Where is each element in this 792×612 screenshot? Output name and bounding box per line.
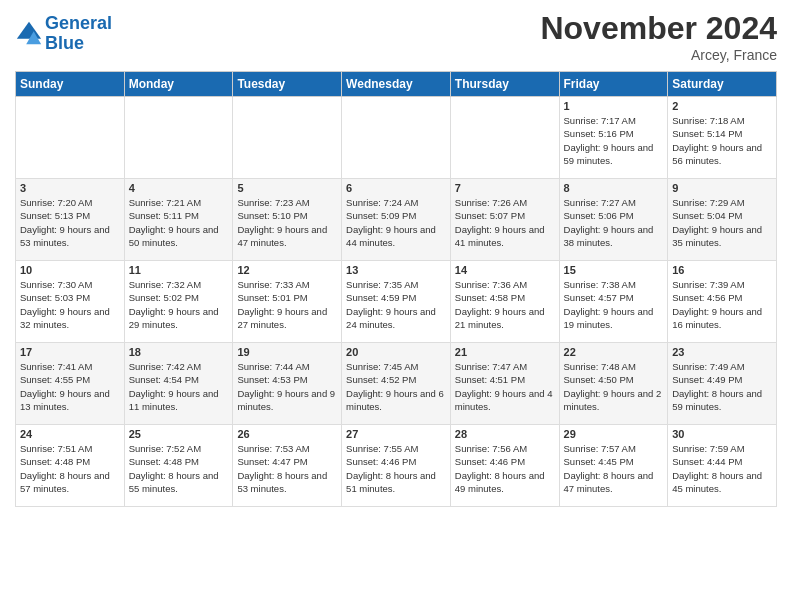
calendar-cell: 7Sunrise: 7:26 AMSunset: 5:07 PMDaylight… — [450, 179, 559, 261]
calendar-cell — [233, 97, 342, 179]
weekday-header: Monday — [124, 72, 233, 97]
day-info: Sunrise: 7:26 AMSunset: 5:07 PMDaylight:… — [455, 196, 555, 249]
day-number: 25 — [129, 428, 229, 440]
day-info: Sunrise: 7:57 AMSunset: 4:45 PMDaylight:… — [564, 442, 664, 495]
svg-marker-0 — [17, 22, 41, 39]
day-info: Sunrise: 7:49 AMSunset: 4:49 PMDaylight:… — [672, 360, 772, 413]
calendar-cell: 13Sunrise: 7:35 AMSunset: 4:59 PMDayligh… — [342, 261, 451, 343]
logo-general: General — [45, 13, 112, 33]
calendar-cell — [342, 97, 451, 179]
logo: General Blue — [15, 14, 112, 54]
day-info: Sunrise: 7:30 AMSunset: 5:03 PMDaylight:… — [20, 278, 120, 331]
day-number: 29 — [564, 428, 664, 440]
day-number: 23 — [672, 346, 772, 358]
calendar-cell: 29Sunrise: 7:57 AMSunset: 4:45 PMDayligh… — [559, 425, 668, 507]
day-number: 20 — [346, 346, 446, 358]
day-number: 11 — [129, 264, 229, 276]
day-number: 3 — [20, 182, 120, 194]
day-info: Sunrise: 7:35 AMSunset: 4:59 PMDaylight:… — [346, 278, 446, 331]
day-number: 13 — [346, 264, 446, 276]
day-info: Sunrise: 7:45 AMSunset: 4:52 PMDaylight:… — [346, 360, 446, 413]
calendar-week-row: 3Sunrise: 7:20 AMSunset: 5:13 PMDaylight… — [16, 179, 777, 261]
day-number: 7 — [455, 182, 555, 194]
calendar-cell: 20Sunrise: 7:45 AMSunset: 4:52 PMDayligh… — [342, 343, 451, 425]
day-number: 16 — [672, 264, 772, 276]
weekday-header: Friday — [559, 72, 668, 97]
calendar-cell: 23Sunrise: 7:49 AMSunset: 4:49 PMDayligh… — [668, 343, 777, 425]
day-info: Sunrise: 7:51 AMSunset: 4:48 PMDaylight:… — [20, 442, 120, 495]
day-number: 17 — [20, 346, 120, 358]
day-info: Sunrise: 7:18 AMSunset: 5:14 PMDaylight:… — [672, 114, 772, 167]
day-info: Sunrise: 7:27 AMSunset: 5:06 PMDaylight:… — [564, 196, 664, 249]
calendar-cell: 6Sunrise: 7:24 AMSunset: 5:09 PMDaylight… — [342, 179, 451, 261]
day-number: 24 — [20, 428, 120, 440]
calendar-cell: 18Sunrise: 7:42 AMSunset: 4:54 PMDayligh… — [124, 343, 233, 425]
calendar-cell: 21Sunrise: 7:47 AMSunset: 4:51 PMDayligh… — [450, 343, 559, 425]
day-info: Sunrise: 7:20 AMSunset: 5:13 PMDaylight:… — [20, 196, 120, 249]
calendar-cell: 10Sunrise: 7:30 AMSunset: 5:03 PMDayligh… — [16, 261, 125, 343]
day-info: Sunrise: 7:17 AMSunset: 5:16 PMDaylight:… — [564, 114, 664, 167]
day-info: Sunrise: 7:55 AMSunset: 4:46 PMDaylight:… — [346, 442, 446, 495]
day-number: 27 — [346, 428, 446, 440]
weekday-header: Saturday — [668, 72, 777, 97]
calendar-cell: 2Sunrise: 7:18 AMSunset: 5:14 PMDaylight… — [668, 97, 777, 179]
day-number: 8 — [564, 182, 664, 194]
calendar-table: SundayMondayTuesdayWednesdayThursdayFrid… — [15, 71, 777, 507]
day-info: Sunrise: 7:56 AMSunset: 4:46 PMDaylight:… — [455, 442, 555, 495]
calendar-cell: 8Sunrise: 7:27 AMSunset: 5:06 PMDaylight… — [559, 179, 668, 261]
day-info: Sunrise: 7:33 AMSunset: 5:01 PMDaylight:… — [237, 278, 337, 331]
calendar-cell: 25Sunrise: 7:52 AMSunset: 4:48 PMDayligh… — [124, 425, 233, 507]
calendar-cell: 26Sunrise: 7:53 AMSunset: 4:47 PMDayligh… — [233, 425, 342, 507]
title-block: November 2024 Arcey, France — [540, 10, 777, 63]
day-info: Sunrise: 7:24 AMSunset: 5:09 PMDaylight:… — [346, 196, 446, 249]
day-info: Sunrise: 7:38 AMSunset: 4:57 PMDaylight:… — [564, 278, 664, 331]
day-number: 1 — [564, 100, 664, 112]
day-number: 19 — [237, 346, 337, 358]
calendar-cell: 30Sunrise: 7:59 AMSunset: 4:44 PMDayligh… — [668, 425, 777, 507]
day-number: 5 — [237, 182, 337, 194]
weekday-header: Sunday — [16, 72, 125, 97]
calendar-header-row: SundayMondayTuesdayWednesdayThursdayFrid… — [16, 72, 777, 97]
day-number: 28 — [455, 428, 555, 440]
weekday-header: Tuesday — [233, 72, 342, 97]
day-info: Sunrise: 7:59 AMSunset: 4:44 PMDaylight:… — [672, 442, 772, 495]
day-info: Sunrise: 7:47 AMSunset: 4:51 PMDaylight:… — [455, 360, 555, 413]
calendar-cell — [450, 97, 559, 179]
calendar-cell: 11Sunrise: 7:32 AMSunset: 5:02 PMDayligh… — [124, 261, 233, 343]
day-info: Sunrise: 7:29 AMSunset: 5:04 PMDaylight:… — [672, 196, 772, 249]
calendar-week-row: 10Sunrise: 7:30 AMSunset: 5:03 PMDayligh… — [16, 261, 777, 343]
calendar-cell: 17Sunrise: 7:41 AMSunset: 4:55 PMDayligh… — [16, 343, 125, 425]
day-number: 15 — [564, 264, 664, 276]
day-number: 4 — [129, 182, 229, 194]
location: Arcey, France — [540, 47, 777, 63]
day-info: Sunrise: 7:41 AMSunset: 4:55 PMDaylight:… — [20, 360, 120, 413]
calendar-cell: 1Sunrise: 7:17 AMSunset: 5:16 PMDaylight… — [559, 97, 668, 179]
calendar-cell: 12Sunrise: 7:33 AMSunset: 5:01 PMDayligh… — [233, 261, 342, 343]
day-number: 14 — [455, 264, 555, 276]
calendar-week-row: 24Sunrise: 7:51 AMSunset: 4:48 PMDayligh… — [16, 425, 777, 507]
header: General Blue November 2024 Arcey, France — [15, 10, 777, 63]
calendar-cell: 16Sunrise: 7:39 AMSunset: 4:56 PMDayligh… — [668, 261, 777, 343]
day-info: Sunrise: 7:44 AMSunset: 4:53 PMDaylight:… — [237, 360, 337, 413]
day-info: Sunrise: 7:53 AMSunset: 4:47 PMDaylight:… — [237, 442, 337, 495]
calendar-cell: 22Sunrise: 7:48 AMSunset: 4:50 PMDayligh… — [559, 343, 668, 425]
day-number: 30 — [672, 428, 772, 440]
calendar-cell: 3Sunrise: 7:20 AMSunset: 5:13 PMDaylight… — [16, 179, 125, 261]
day-number: 12 — [237, 264, 337, 276]
month-title: November 2024 — [540, 10, 777, 47]
calendar-cell: 27Sunrise: 7:55 AMSunset: 4:46 PMDayligh… — [342, 425, 451, 507]
calendar-cell: 28Sunrise: 7:56 AMSunset: 4:46 PMDayligh… — [450, 425, 559, 507]
day-info: Sunrise: 7:39 AMSunset: 4:56 PMDaylight:… — [672, 278, 772, 331]
calendar-cell: 24Sunrise: 7:51 AMSunset: 4:48 PMDayligh… — [16, 425, 125, 507]
day-number: 21 — [455, 346, 555, 358]
day-info: Sunrise: 7:48 AMSunset: 4:50 PMDaylight:… — [564, 360, 664, 413]
day-info: Sunrise: 7:23 AMSunset: 5:10 PMDaylight:… — [237, 196, 337, 249]
calendar-cell — [16, 97, 125, 179]
day-number: 2 — [672, 100, 772, 112]
weekday-header: Wednesday — [342, 72, 451, 97]
day-info: Sunrise: 7:52 AMSunset: 4:48 PMDaylight:… — [129, 442, 229, 495]
day-number: 26 — [237, 428, 337, 440]
day-number: 18 — [129, 346, 229, 358]
logo-blue: Blue — [45, 33, 84, 53]
logo-text: General Blue — [45, 14, 112, 54]
